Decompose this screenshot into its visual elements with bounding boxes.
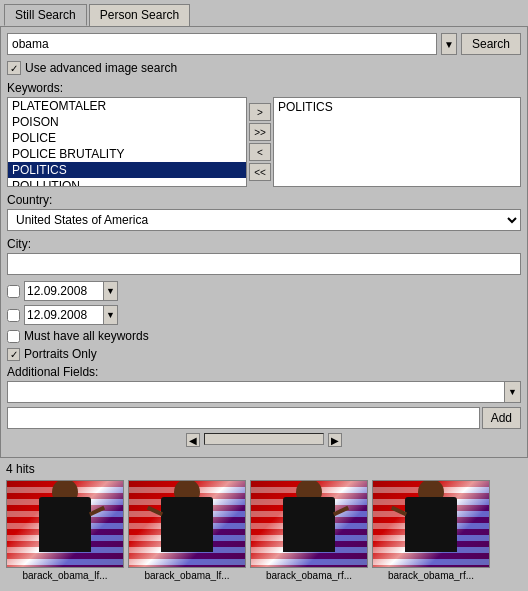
date2-dropdown-btn[interactable]: ▼ bbox=[104, 305, 118, 325]
scroll-right-btn[interactable]: ▶ bbox=[328, 433, 342, 447]
image-thumb[interactable] bbox=[128, 480, 246, 568]
search-row: ▼ Search bbox=[7, 33, 521, 55]
keyword-add-all-button[interactable]: >> bbox=[249, 123, 271, 141]
additional-fields-section: Additional Fields: ▼ Add bbox=[7, 365, 521, 429]
image-thumb[interactable] bbox=[250, 480, 368, 568]
must-have-all-checkbox[interactable] bbox=[7, 330, 20, 343]
date-row-1: ▼ bbox=[7, 281, 521, 301]
advanced-search-checkbox[interactable]: ✓ bbox=[7, 61, 21, 75]
scroll-left-btn[interactable]: ◀ bbox=[186, 433, 200, 447]
advanced-search-row: ✓ Use advanced image search bbox=[7, 61, 521, 75]
keyword-arrow-buttons: > >> < << bbox=[249, 97, 271, 187]
search-dropdown-btn[interactable]: ▼ bbox=[441, 33, 457, 55]
keyword-remove-button[interactable]: < bbox=[249, 143, 271, 161]
date2-input[interactable] bbox=[24, 305, 104, 325]
add-field-button[interactable]: Add bbox=[482, 407, 521, 429]
image-grid: barack_obama_lf... barack_obama_lf... bbox=[6, 480, 522, 581]
keywords-row: PLATEOMTALER POISON POLICE POLICE BRUTAL… bbox=[7, 97, 521, 187]
date1-checkbox[interactable] bbox=[7, 285, 20, 298]
date1-input-wrapper: ▼ bbox=[24, 281, 118, 301]
keywords-available-list[interactable]: PLATEOMTALER POISON POLICE POLICE BRUTAL… bbox=[7, 97, 247, 187]
image-item[interactable]: barack_obama_lf... bbox=[128, 480, 246, 581]
additional-fields-label: Additional Fields: bbox=[7, 365, 521, 379]
main-panel: ▼ Search ✓ Use advanced image search Key… bbox=[0, 26, 528, 458]
date2-checkbox[interactable] bbox=[7, 309, 20, 322]
check-mark-icon: ✓ bbox=[10, 349, 18, 360]
list-item[interactable]: POLICE BRUTALITY bbox=[8, 146, 246, 162]
list-item[interactable]: POISON bbox=[8, 114, 246, 130]
scroll-track[interactable] bbox=[204, 433, 324, 445]
country-label: Country: bbox=[7, 193, 521, 207]
additional-field-input-row: Add bbox=[7, 407, 521, 429]
portraits-only-checkbox[interactable]: ✓ bbox=[7, 348, 20, 361]
image-caption: barack_obama_lf... bbox=[6, 570, 124, 581]
tab-person-search[interactable]: Person Search bbox=[89, 4, 190, 26]
additional-field-select[interactable] bbox=[7, 381, 505, 403]
keywords-selected-list[interactable]: POLITICS bbox=[273, 97, 521, 187]
image-thumb[interactable] bbox=[372, 480, 490, 568]
additional-field-dropdown-btn[interactable]: ▼ bbox=[505, 381, 521, 403]
hits-section: 4 hits barack_obama_lf... bbox=[0, 458, 528, 585]
image-item[interactable]: barack_obama_rf... bbox=[250, 480, 368, 581]
keyword-add-button[interactable]: > bbox=[249, 103, 271, 121]
additional-field-select-wrapper: ▼ bbox=[7, 381, 521, 403]
must-have-all-label: Must have all keywords bbox=[24, 329, 149, 343]
tab-bar: Still Search Person Search bbox=[0, 0, 528, 26]
date-row-2: ▼ bbox=[7, 305, 521, 325]
check-mark-icon: ✓ bbox=[10, 63, 18, 74]
must-have-all-row: Must have all keywords bbox=[7, 329, 521, 343]
city-group: City: bbox=[7, 237, 521, 275]
list-item[interactable]: POLICE bbox=[8, 130, 246, 146]
list-item[interactable]: POLITICS bbox=[278, 100, 516, 114]
horizontal-scroll-bar[interactable]: ◀ ▶ bbox=[7, 433, 521, 447]
city-label: City: bbox=[7, 237, 521, 251]
date1-dropdown-btn[interactable]: ▼ bbox=[104, 281, 118, 301]
list-item[interactable]: POLITICS bbox=[8, 162, 246, 178]
keyword-remove-all-button[interactable]: << bbox=[249, 163, 271, 181]
date1-input[interactable] bbox=[24, 281, 104, 301]
portraits-only-label: Portraits Only bbox=[24, 347, 97, 361]
image-item[interactable]: barack_obama_lf... bbox=[6, 480, 124, 581]
country-select[interactable]: United States of America bbox=[7, 209, 521, 231]
date2-input-wrapper: ▼ bbox=[24, 305, 118, 325]
portraits-only-row: ✓ Portraits Only bbox=[7, 347, 521, 361]
country-group: Country: United States of America bbox=[7, 193, 521, 231]
list-item[interactable]: PLATEOMTALER bbox=[8, 98, 246, 114]
hits-label: 4 hits bbox=[6, 462, 522, 476]
additional-field-input[interactable] bbox=[7, 407, 480, 429]
search-input[interactable] bbox=[7, 33, 437, 55]
country-select-wrapper: United States of America bbox=[7, 209, 521, 231]
advanced-search-label: Use advanced image search bbox=[25, 61, 177, 75]
image-thumb[interactable] bbox=[6, 480, 124, 568]
keywords-label: Keywords: bbox=[7, 81, 521, 95]
search-button[interactable]: Search bbox=[461, 33, 521, 55]
image-caption: barack_obama_rf... bbox=[372, 570, 490, 581]
image-item[interactable]: barack_obama_rf... bbox=[372, 480, 490, 581]
image-caption: barack_obama_rf... bbox=[250, 570, 368, 581]
image-caption: barack_obama_lf... bbox=[128, 570, 246, 581]
city-input[interactable] bbox=[7, 253, 521, 275]
tab-still-search[interactable]: Still Search bbox=[4, 4, 87, 26]
list-item[interactable]: POLLUTION bbox=[8, 178, 246, 187]
